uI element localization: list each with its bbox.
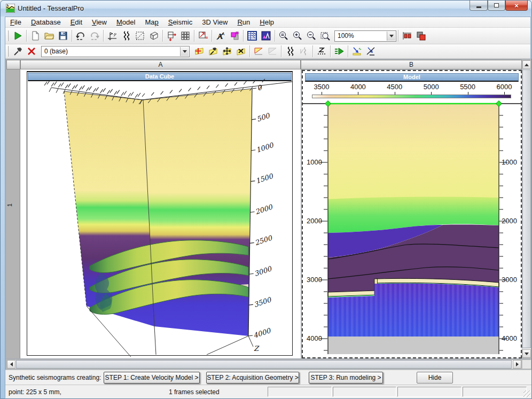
wedge-icon bbox=[253, 46, 264, 57]
horizontal-scrollbar[interactable] bbox=[6, 359, 522, 369]
column-header-a[interactable]: A bbox=[20, 60, 301, 69]
menu-item-database[interactable]: Database bbox=[26, 17, 66, 28]
vertical-scroll-thumb[interactable] bbox=[522, 69, 531, 348]
frame-b-model[interactable]: Model bbox=[302, 70, 522, 358]
menu-bar: FileDatabaseEditViewModelMapSeismic3D Vi… bbox=[5, 17, 530, 28]
menu-item-edit[interactable]: Edit bbox=[66, 17, 87, 28]
scroll-left-icon bbox=[8, 362, 13, 366]
cube-3d-button[interactable] bbox=[147, 29, 161, 43]
depth-label-left: 3000 bbox=[304, 276, 322, 284]
model-section-view[interactable] bbox=[303, 71, 521, 357]
source-geometry-button[interactable] bbox=[105, 29, 119, 43]
new-frame-icon bbox=[402, 30, 412, 41]
new-frame-button[interactable] bbox=[400, 29, 414, 43]
menu-item-help[interactable]: Help bbox=[255, 17, 279, 28]
fill-color-button[interactable] bbox=[228, 29, 241, 43]
zoom-actual-button[interactable] bbox=[277, 29, 291, 43]
seismic-table-button[interactable] bbox=[245, 29, 259, 43]
frame-a-data-cube[interactable]: Data Cube bbox=[20, 69, 301, 358]
toolbar-grip[interactable] bbox=[7, 46, 9, 57]
title-bar[interactable]: Untitled - TesseralPro × bbox=[1, 1, 531, 17]
layer-combo[interactable]: 0 (base) bbox=[41, 46, 190, 57]
horizontal-scroll-thumb[interactable] bbox=[16, 360, 512, 369]
polygon-edit-button[interactable] bbox=[206, 45, 220, 58]
run-button[interactable] bbox=[11, 29, 25, 43]
zoom-combo-arrow[interactable] bbox=[387, 32, 395, 41]
menu-item-run[interactable]: Run bbox=[232, 17, 255, 28]
zoom-window-button[interactable] bbox=[318, 29, 332, 43]
flatten-button[interactable] bbox=[315, 45, 328, 58]
hide-button[interactable]: Hide bbox=[417, 372, 453, 384]
run-modeling-button[interactable] bbox=[332, 45, 346, 58]
row-header[interactable]: 1 bbox=[6, 69, 20, 358]
colorbar bbox=[312, 95, 511, 98]
scroll-left-button[interactable] bbox=[7, 360, 15, 369]
edit-hammer-button[interactable] bbox=[11, 45, 25, 58]
seismic-map-icon bbox=[261, 30, 271, 41]
select-region-icon bbox=[135, 30, 145, 41]
cascade-frames-button[interactable] bbox=[414, 29, 428, 43]
toolbar-separator bbox=[249, 45, 250, 57]
wedge-gray-button[interactable] bbox=[265, 45, 279, 58]
minimize-button[interactable] bbox=[470, 1, 488, 11]
wedge-button[interactable] bbox=[252, 45, 265, 58]
polygon-delete-button[interactable] bbox=[234, 45, 248, 58]
vertical-scrollbar[interactable] bbox=[522, 60, 531, 358]
depth-label-right: 2000 bbox=[502, 217, 522, 225]
status-pane bbox=[333, 387, 396, 397]
frames-grid-button[interactable] bbox=[178, 29, 192, 43]
resize-grip[interactable] bbox=[523, 390, 530, 397]
polygon-move-button[interactable] bbox=[220, 45, 234, 58]
polygon-add-button[interactable] bbox=[192, 45, 206, 58]
ray-trace-button[interactable] bbox=[350, 45, 364, 58]
new-document-button[interactable] bbox=[28, 29, 42, 43]
restore-button[interactable] bbox=[488, 1, 505, 11]
frame-scale-button[interactable]: = bbox=[196, 29, 210, 43]
layer-combo-arrow[interactable] bbox=[180, 47, 189, 56]
scroll-up-button[interactable] bbox=[522, 60, 531, 69]
seismic-map-button[interactable] bbox=[259, 29, 273, 43]
colorbar-tick-label: 3500 bbox=[314, 83, 330, 91]
toolbar-separator bbox=[162, 30, 163, 42]
open-folder-icon bbox=[44, 30, 54, 41]
toolbar-grip[interactable] bbox=[7, 30, 9, 41]
text-format-button[interactable]: AA bbox=[214, 29, 228, 43]
step3-button[interactable]: STEP 3: Run modeling > bbox=[309, 372, 383, 384]
layer-combo-value: 0 (base) bbox=[44, 48, 68, 55]
corner-header-cell[interactable] bbox=[6, 60, 20, 69]
toolbar-model: 0 (base) bbox=[5, 44, 530, 59]
data-cube-3d-view[interactable]: 05001000150020002500300035004000Z bbox=[20, 69, 301, 358]
close-button[interactable]: × bbox=[505, 1, 528, 11]
menu-item-seismic[interactable]: Seismic bbox=[163, 17, 198, 28]
select-region-button[interactable] bbox=[133, 29, 147, 43]
step1-button[interactable]: STEP 1: Create Velocity Model > bbox=[104, 372, 200, 384]
menu-item-view[interactable]: View bbox=[87, 17, 112, 28]
undo-button[interactable] bbox=[74, 29, 88, 43]
open-button[interactable] bbox=[42, 29, 56, 43]
redo-button[interactable] bbox=[88, 29, 101, 43]
step2-button[interactable]: STEP 2: Acquisition Geometry > bbox=[206, 372, 299, 384]
zoom-out-button[interactable] bbox=[304, 29, 318, 43]
save-icon bbox=[58, 30, 68, 41]
frame-scale-icon: = bbox=[198, 30, 208, 41]
status-pane bbox=[397, 387, 461, 397]
wiggle-edit-button[interactable] bbox=[297, 45, 311, 58]
save-button[interactable] bbox=[56, 29, 70, 43]
delete-red-button[interactable] bbox=[25, 45, 38, 58]
wiggle-traces-button[interactable] bbox=[119, 29, 133, 43]
ray-off-button[interactable] bbox=[364, 45, 378, 58]
scroll-right-icon bbox=[516, 362, 521, 366]
frame-layout-button[interactable] bbox=[165, 29, 178, 43]
scroll-right-button[interactable] bbox=[513, 360, 521, 369]
wiggle-button[interactable] bbox=[283, 45, 297, 58]
menu-item-file[interactable]: File bbox=[5, 17, 26, 28]
zoom-in-button[interactable] bbox=[291, 29, 304, 43]
zoom-combo[interactable]: 100% bbox=[334, 30, 396, 42]
menu-item-map[interactable]: Map bbox=[140, 17, 163, 28]
menu-item-3d-view[interactable]: 3D View bbox=[197, 17, 232, 28]
scroll-down-button[interactable] bbox=[522, 349, 531, 358]
menu-item-model[interactable]: Model bbox=[112, 17, 140, 28]
column-header-b[interactable]: B bbox=[301, 60, 522, 69]
z-tick-label: 3500 bbox=[253, 295, 273, 309]
toolbar-separator bbox=[103, 30, 104, 42]
